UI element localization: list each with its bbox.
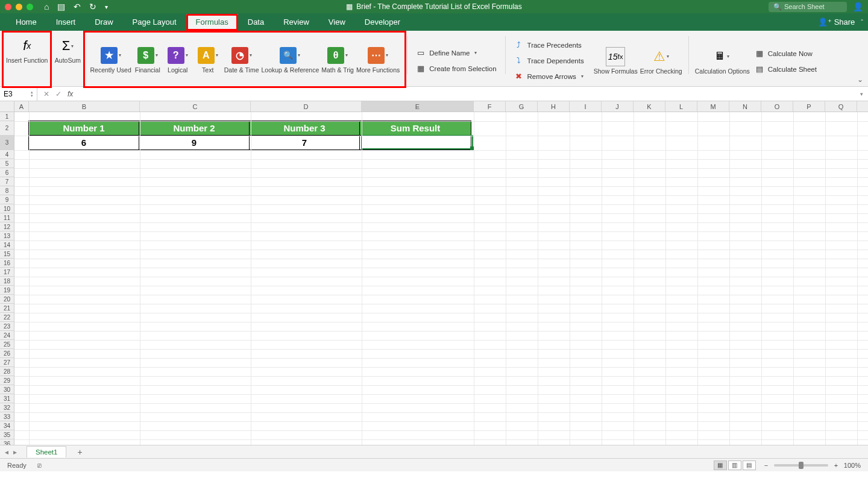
column-header[interactable]: E	[362, 101, 474, 112]
table-cell[interactable]	[359, 135, 471, 150]
table-header-cell[interactable]: Sum Result	[359, 121, 471, 136]
row-header[interactable]: 34	[0, 421, 14, 430]
row-header[interactable]: 5	[0, 159, 14, 168]
tab-review[interactable]: Review	[274, 14, 319, 31]
row-header[interactable]: 33	[0, 412, 14, 421]
enter-formula-icon[interactable]: ✓	[55, 90, 61, 98]
table-header-cell[interactable]: Number 3	[249, 121, 360, 136]
insert-function-button[interactable]: fx Insert Function	[5, 34, 49, 65]
cell-grid[interactable]: Number 1 Number 2 Number 3 Sum Result 6 …	[14, 112, 868, 445]
row-header[interactable]: 25	[0, 340, 14, 349]
trace-precedents-button[interactable]: ⤴ Trace Precedents	[511, 38, 585, 52]
column-header[interactable]: Q	[825, 101, 857, 112]
recently-used-button[interactable]: ★▾ Recently Used	[89, 45, 132, 75]
add-sheet-button[interactable]: +	[77, 447, 82, 457]
row-header[interactable]: 24	[0, 331, 14, 340]
table-cell[interactable]: 9	[139, 135, 250, 150]
row-header[interactable]: 21	[0, 304, 14, 313]
column-header[interactable]: B	[29, 101, 140, 112]
row-header[interactable]: 16	[0, 259, 14, 268]
redo-icon[interactable]: ↻	[89, 2, 96, 11]
column-header[interactable]: K	[634, 101, 665, 112]
row-header[interactable]: 28	[0, 367, 14, 376]
row-header[interactable]: 13	[0, 231, 14, 241]
tab-data[interactable]: Data	[238, 14, 274, 31]
text-button[interactable]: A▾ Text	[193, 45, 223, 75]
row-header[interactable]: 9	[0, 195, 14, 204]
sheet-nav-prev-icon[interactable]: ◂	[5, 448, 8, 456]
row-header[interactable]: 2	[0, 121, 14, 136]
search-sheet-input[interactable]	[784, 3, 844, 10]
autosum-button[interactable]: Σ▾ AutoSum	[52, 34, 83, 65]
search-sheet-box[interactable]: 🔍	[769, 2, 847, 12]
column-header[interactable]: L	[665, 101, 697, 112]
column-header[interactable]: N	[729, 101, 761, 112]
row-header[interactable]: 6	[0, 168, 14, 177]
undo-icon[interactable]: ↶	[74, 2, 81, 11]
show-formulas-button[interactable]: 15fx Show Formulas	[593, 45, 639, 76]
ribbon-expand-icon[interactable]: ⌄	[857, 75, 863, 84]
row-header[interactable]: 19	[0, 286, 14, 295]
row-header[interactable]: 22	[0, 313, 14, 322]
column-header[interactable]: I	[570, 101, 602, 112]
row-header[interactable]: 18	[0, 277, 14, 286]
name-box-dropdown-icon[interactable]: ▴▾	[31, 90, 33, 98]
create-from-selection-button[interactable]: ▦ Create from Selection	[412, 61, 500, 76]
macro-record-icon[interactable]: ⎚	[37, 462, 42, 469]
tab-developer[interactable]: Developer	[355, 14, 410, 31]
tab-formulas[interactable]: Formulas	[186, 14, 238, 31]
more-functions-button[interactable]: ⋯▾ More Functions	[355, 45, 401, 75]
row-header[interactable]: 7	[0, 177, 14, 186]
table-header-cell[interactable]: Number 2	[139, 121, 250, 136]
row-header[interactable]: 36	[0, 439, 14, 445]
financial-button[interactable]: $▾ Financial	[133, 45, 163, 75]
close-window-button[interactable]	[5, 4, 11, 10]
cancel-formula-icon[interactable]: ✕	[43, 90, 49, 98]
row-header[interactable]: 31	[0, 394, 14, 403]
row-header[interactable]: 35	[0, 430, 14, 439]
calculation-options-button[interactable]: 🖩▾ Calculation Options	[694, 45, 751, 76]
row-header[interactable]: 11	[0, 213, 14, 222]
row-header[interactable]: 26	[0, 349, 14, 358]
row-header[interactable]: 4	[0, 150, 14, 159]
zoom-window-button[interactable]	[27, 4, 33, 10]
name-box[interactable]: E3 ▴▾	[0, 87, 37, 101]
tab-insert[interactable]: Insert	[46, 14, 86, 31]
row-header[interactable]: 30	[0, 385, 14, 394]
row-header[interactable]: 3	[0, 136, 14, 150]
column-header[interactable]: H	[538, 101, 570, 112]
row-header[interactable]: 10	[0, 204, 14, 213]
normal-view-button[interactable]: ▦	[714, 461, 727, 470]
row-header[interactable]: 1	[0, 112, 14, 121]
column-header[interactable]: M	[697, 101, 729, 112]
column-header[interactable]: A	[14, 101, 29, 112]
error-checking-button[interactable]: ⚠▾ Error Checking	[639, 45, 684, 76]
minimize-window-button[interactable]	[16, 4, 22, 10]
zoom-in-button[interactable]: +	[832, 462, 840, 469]
logical-button[interactable]: ?▾ Logical	[163, 45, 193, 75]
fx-formula-icon[interactable]: fx	[68, 90, 73, 98]
row-header[interactable]: 17	[0, 268, 14, 277]
table-cell[interactable]: 6	[28, 135, 139, 150]
row-header[interactable]: 27	[0, 358, 14, 367]
row-header[interactable]: 15	[0, 250, 14, 259]
qat-more-icon[interactable]: ▾	[105, 4, 108, 10]
tab-draw[interactable]: Draw	[85, 14, 122, 31]
row-header[interactable]: 32	[0, 403, 14, 412]
math-trig-button[interactable]: θ▾ Math & Trig	[320, 45, 355, 75]
tab-page-layout[interactable]: Page Layout	[123, 14, 186, 31]
formula-bar-expand-icon[interactable]: ▾	[855, 91, 868, 97]
home-icon[interactable]: ⌂	[44, 2, 49, 11]
save-icon[interactable]: ▤	[57, 2, 65, 11]
trace-dependents-button[interactable]: ⤵ Trace Dependents	[511, 54, 588, 68]
column-header[interactable]: C	[140, 101, 251, 112]
date-time-button[interactable]: ◔▾ Date & Time	[223, 45, 260, 75]
sheet-tab[interactable]: Sheet1	[27, 446, 66, 458]
calculate-sheet-button[interactable]: ▤ Calculate Sheet	[751, 62, 820, 77]
row-header[interactable]: 14	[0, 241, 14, 250]
lookup-reference-button[interactable]: 🔍▾ Lookup & Reference	[260, 45, 321, 75]
column-header[interactable]: D	[251, 101, 362, 112]
table-header-cell[interactable]: Number 1	[28, 121, 139, 136]
column-header[interactable]: O	[761, 101, 793, 112]
share-button[interactable]: 👤⁺ Share	[818, 17, 855, 27]
